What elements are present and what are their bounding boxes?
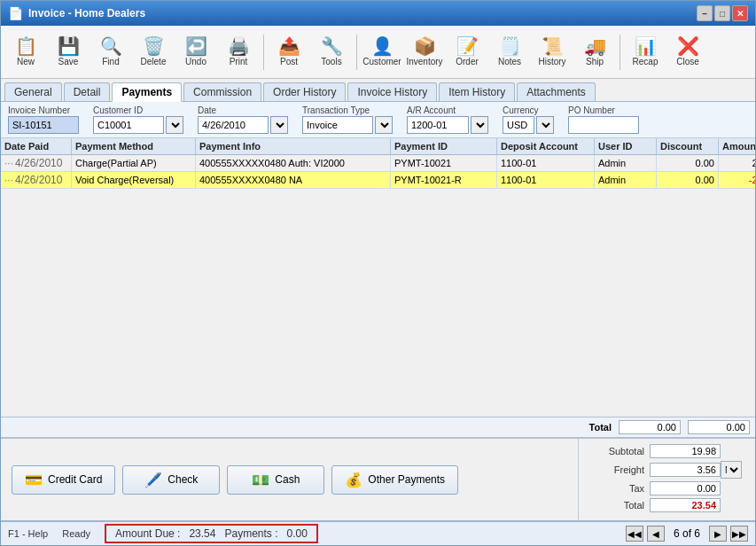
ar-account-input[interactable] xyxy=(407,116,469,134)
close-toolbar-icon: ❌ xyxy=(677,37,699,55)
freight-option-select[interactable]: N xyxy=(721,461,742,479)
tax-input[interactable] xyxy=(650,481,721,495)
currency-select[interactable] xyxy=(536,116,554,134)
table-scroll: ···4/26/2010 Charge(Partial AP) 400555XX… xyxy=(1,155,755,417)
fields-row: Invoice Number Customer ID Date Transact… xyxy=(1,102,755,138)
post-icon: 📤 xyxy=(278,37,300,55)
close-toolbar-button[interactable]: ❌ Close xyxy=(668,35,707,69)
delete-button[interactable]: 🗑️ Delete xyxy=(134,35,173,69)
tab-order-history[interactable]: Order History xyxy=(263,82,346,101)
tab-attachments[interactable]: Attachments xyxy=(517,82,596,101)
credit-card-label: Credit Card xyxy=(48,473,102,486)
inventory-icon: 📦 xyxy=(414,37,436,55)
cell-date-r2: ···4/26/2010 xyxy=(1,172,72,188)
nav-prev-button[interactable]: ◀ xyxy=(647,526,665,542)
order-icon: 📝 xyxy=(456,37,479,55)
print-icon: 🖨️ xyxy=(228,37,250,55)
tab-invoice-history[interactable]: Invoice History xyxy=(347,82,437,101)
tab-detail[interactable]: Detail xyxy=(64,82,111,101)
close-button[interactable]: ✕ xyxy=(732,5,748,21)
transaction-type-input[interactable] xyxy=(302,116,373,134)
credit-card-icon: 💳 xyxy=(25,472,43,488)
find-button[interactable]: 🔍 Find xyxy=(91,35,130,69)
customer-id-select[interactable] xyxy=(166,116,183,134)
subtotal-row: Subtotal xyxy=(588,444,746,458)
col-user-id: User ID xyxy=(595,138,657,154)
subtotal-label: Subtotal xyxy=(588,446,650,456)
cell-method-r2: Void Charge(Reversal) xyxy=(72,172,196,188)
subtotal-input[interactable] xyxy=(650,444,721,458)
cell-discount-r1: 0.00 xyxy=(657,155,719,171)
nav-first-button[interactable]: ◀◀ xyxy=(626,526,643,542)
payment-buttons-panel: 💳 Credit Card 🖊️ Check 💵 Cash 💰 Other Pa… xyxy=(1,439,578,520)
date-select[interactable] xyxy=(270,116,288,134)
amount-due-label: Amount Due : xyxy=(115,527,180,540)
currency-label: Currency xyxy=(503,105,554,115)
customer-label: Customer xyxy=(362,57,401,66)
customer-button[interactable]: 👤 Customer xyxy=(362,35,401,69)
col-payment-method: Payment Method xyxy=(72,138,196,154)
toolbar-separator-2 xyxy=(356,35,357,70)
window-controls: – □ ✕ xyxy=(697,5,748,21)
total-label: Total xyxy=(589,422,612,433)
invoice-number-input[interactable] xyxy=(8,116,79,134)
status-bar: F1 - Help Ready Amount Due : 23.54 Payme… xyxy=(1,520,755,545)
maximize-button[interactable]: □ xyxy=(714,5,730,21)
ship-icon: 🚚 xyxy=(584,37,606,55)
toolbar-separator-3 xyxy=(620,35,620,70)
amount-due-section: Amount Due : 23.54 Payments : 0.00 xyxy=(105,524,318,543)
save-button[interactable]: 💾 Save xyxy=(49,35,88,69)
cash-button[interactable]: 💵 Cash xyxy=(227,465,324,495)
minimize-button[interactable]: – xyxy=(697,5,713,21)
check-button[interactable]: 🖊️ Check xyxy=(122,465,220,495)
customer-id-input[interactable] xyxy=(93,116,164,134)
ar-account-label: A/R Account xyxy=(407,105,488,115)
tools-label: Tools xyxy=(321,57,341,66)
po-number-input[interactable] xyxy=(568,116,639,134)
credit-card-button[interactable]: 💳 Credit Card xyxy=(12,465,115,495)
ar-account-select[interactable] xyxy=(471,116,488,134)
recap-button[interactable]: 📊 Recap xyxy=(626,35,665,69)
total-summary-input[interactable] xyxy=(650,498,721,512)
transaction-type-label: Transaction Type xyxy=(302,105,393,115)
post-button[interactable]: 📤 Post xyxy=(269,35,308,69)
tab-commission[interactable]: Commission xyxy=(183,82,261,101)
order-button[interactable]: 📝 Order xyxy=(448,35,487,69)
transaction-type-select[interactable] xyxy=(375,116,393,134)
tab-general[interactable]: General xyxy=(4,82,62,101)
amount-due-value: 23.54 xyxy=(189,527,215,540)
inventory-label: Inventory xyxy=(406,57,442,66)
transaction-type-group: Transaction Type xyxy=(302,105,393,134)
freight-input[interactable] xyxy=(650,463,721,477)
tab-item-history[interactable]: Item History xyxy=(439,82,515,101)
date-input[interactable] xyxy=(198,116,269,134)
currency-input[interactable] xyxy=(503,116,534,134)
other-payments-button[interactable]: 💰 Other Payments xyxy=(331,465,458,495)
table-header: Date Paid Payment Method Payment Info Pa… xyxy=(1,138,755,155)
po-number-group: PO Number xyxy=(568,105,639,134)
notes-label: Notes xyxy=(498,57,521,66)
table-area: Date Paid Payment Method Payment Info Pa… xyxy=(1,138,755,520)
notes-button[interactable]: 🗒️ Notes xyxy=(490,35,529,69)
inventory-button[interactable]: 📦 Inventory xyxy=(405,35,444,69)
find-icon: 🔍 xyxy=(100,37,122,55)
col-amount: Amount xyxy=(719,138,755,154)
history-button[interactable]: 📜 History xyxy=(533,35,572,69)
cell-amount-r1: 20.00 xyxy=(719,155,755,171)
nav-next-button[interactable]: ▶ xyxy=(709,526,727,542)
tools-button[interactable]: 🔧 Tools xyxy=(312,35,351,69)
payments-value: 0.00 xyxy=(286,527,307,540)
undo-button[interactable]: ↩️ Undo xyxy=(176,35,215,69)
ship-button[interactable]: 🚚 Ship xyxy=(575,35,614,69)
customer-id-group: Customer ID xyxy=(93,105,183,134)
table-row[interactable]: ···4/26/2010 Void Charge(Reversal) 40055… xyxy=(1,172,755,189)
table-row[interactable]: ···4/26/2010 Charge(Partial AP) 400555XX… xyxy=(1,155,755,172)
tabs-bar: General Detail Payments Commission Order… xyxy=(1,79,755,102)
check-label: Check xyxy=(168,473,198,486)
print-button[interactable]: 🖨️ Print xyxy=(219,35,258,69)
tab-payments[interactable]: Payments xyxy=(112,82,182,102)
nav-last-button[interactable]: ▶▶ xyxy=(730,526,748,542)
currency-group: Currency xyxy=(503,105,554,134)
new-button[interactable]: 📋 New xyxy=(6,35,45,69)
toolbar-separator-1 xyxy=(263,35,264,70)
